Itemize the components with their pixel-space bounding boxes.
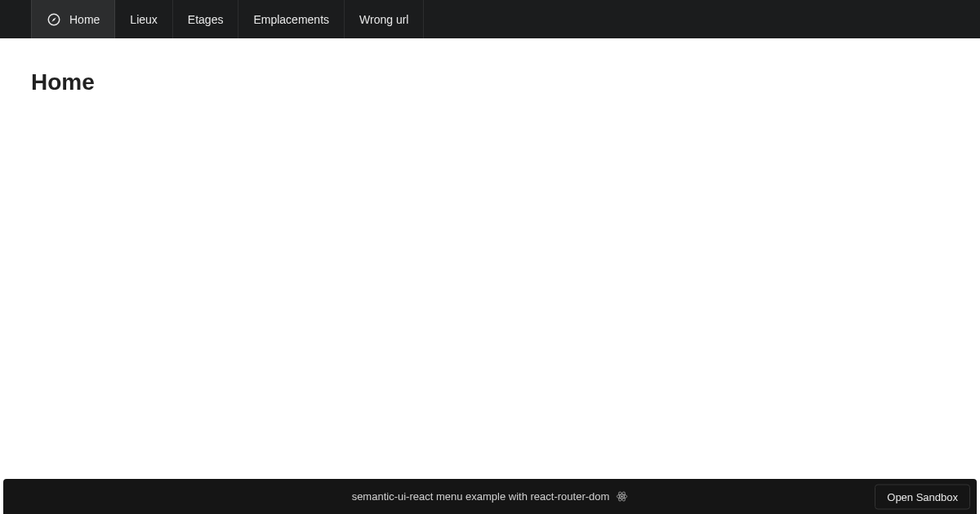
nav-item-emplacements[interactable]: Emplacements [238,0,345,38]
nav-label: Emplacements [253,13,329,26]
footer-description: semantic-ui-react menu example with reac… [352,490,629,503]
nav-label: Lieux [130,13,157,26]
nav-label: Home [69,13,100,26]
content-area: Home [0,38,980,126]
nav-item-etages[interactable]: Etages [173,0,239,38]
nav-label: Wrong url [359,13,408,26]
nav-label: Etages [188,13,224,26]
navbar: Home Lieux Etages Emplacements Wrong url [0,0,980,38]
nav-item-wrong-url[interactable]: Wrong url [345,0,424,38]
footer-text-content: semantic-ui-react menu example with reac… [352,490,610,503]
open-sandbox-button[interactable]: Open Sandbox [875,484,970,509]
svg-marker-1 [51,17,56,21]
react-icon [616,490,628,503]
page-title: Home [31,69,949,95]
compass-icon [47,12,61,27]
nav-item-lieux[interactable]: Lieux [115,0,172,38]
footer-bar: semantic-ui-react menu example with reac… [3,479,977,514]
svg-point-2 [621,495,623,497]
nav-item-home[interactable]: Home [31,0,115,38]
